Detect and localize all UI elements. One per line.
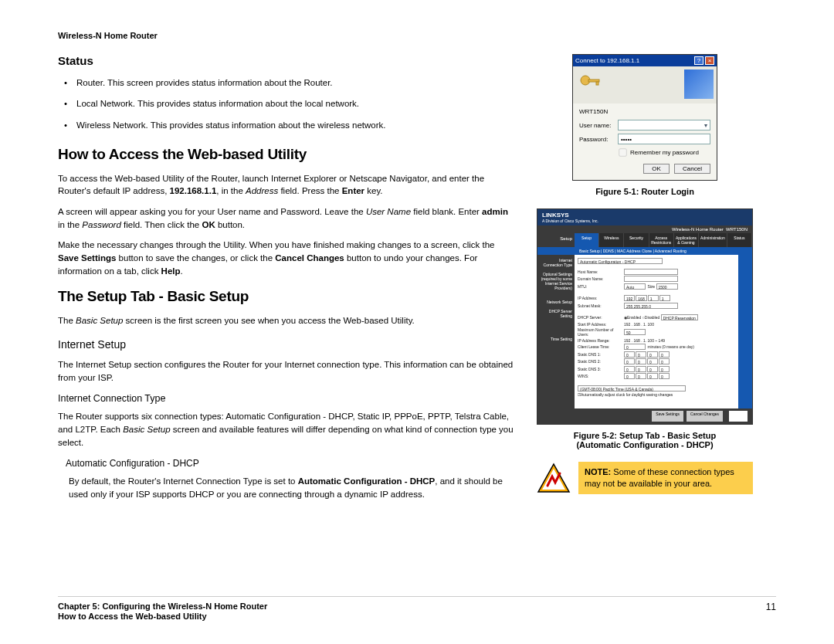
help-icon: ? xyxy=(694,56,703,65)
fig1-caption: Figure 5-1: Router Login xyxy=(537,187,753,196)
cisco-logo xyxy=(729,411,748,422)
close-icon: × xyxy=(705,56,714,65)
remember-checkbox: Remember my password xyxy=(618,147,710,158)
keys-icon xyxy=(578,71,602,96)
cancel-changes-button: Cancel Changes xyxy=(687,411,723,422)
fig-setup-tab: LINKSYSA Division of Cisco Systems, Inc.… xyxy=(537,208,753,425)
access-p3: Make the necessary changes through the U… xyxy=(58,239,514,277)
password-label: Password: xyxy=(579,136,618,143)
heading-status: Status xyxy=(58,54,514,67)
setup-p3: The Router supports six connection types… xyxy=(58,410,514,449)
fig2-caption: Figure 5-2: Setup Tab - Basic Setup(Auto… xyxy=(537,431,753,449)
bullet-local: Local Network. This provides status info… xyxy=(69,97,514,110)
tab-apps: Applications & Gaming xyxy=(674,233,699,247)
access-p2: A screen will appear asking you for your… xyxy=(58,205,514,231)
login-device: WRT150N xyxy=(579,108,710,115)
login-titlebar: Connect to 192.168.1.1 ? × xyxy=(573,55,717,66)
warning-icon xyxy=(537,463,571,493)
tab-status: Status xyxy=(727,233,752,247)
tab-setup: Setup xyxy=(575,233,599,247)
heading-setup: The Setup Tab - Basic Setup xyxy=(58,288,514,305)
page-number: 11 xyxy=(766,602,776,621)
status-bullets: Router. This screen provides status info… xyxy=(58,76,514,132)
save-settings-button: Save Settings xyxy=(652,411,683,422)
bottom-button-bar: Save Settings Cancel Changes xyxy=(537,408,752,424)
ok-button: OK xyxy=(643,164,670,174)
username-field: ▾ xyxy=(618,120,710,130)
heading-auto-dhcp: Automatic Configuration - DHCP xyxy=(66,458,514,469)
help-column xyxy=(738,255,752,408)
side-column: Connect to 192.168.1.1 ? × WRT150N User xyxy=(537,54,753,509)
subtab-row: Basic Setup | DDNS | MAC Address Clone |… xyxy=(537,247,752,255)
note-block: NOTE: Some of these connection types may… xyxy=(537,462,753,494)
heading-internet-setup: Internet Setup xyxy=(58,338,514,351)
tab-security: Security xyxy=(624,233,649,247)
cancel-button: Cancel xyxy=(674,164,710,174)
left-section-labels: Internet Connection Type Optional Settin… xyxy=(537,255,575,408)
setup-p2: The Internet Setup section configures th… xyxy=(58,358,514,384)
main-column: Status Router. This screen provides stat… xyxy=(58,54,514,509)
form-area: Automatic Configuration - DHCP Host Name… xyxy=(575,255,738,408)
note-box: NOTE: Some of these connection types may… xyxy=(578,462,753,494)
setup-p1: The Basic Setup screen is the first scre… xyxy=(58,314,514,327)
tab-access: Access Restrictions xyxy=(649,233,674,247)
page-footer: Chapter 5: Configuring the Wireless-N Ho… xyxy=(58,596,776,621)
doc-header: Wireless-N Home Router xyxy=(58,31,776,40)
heading-access: How to Access the Web-based Utility xyxy=(58,146,514,163)
tab-admin: Administration xyxy=(699,233,727,247)
bullet-router: Router. This screen provides status info… xyxy=(69,76,514,90)
username-label: User name: xyxy=(579,122,618,129)
svg-rect-2 xyxy=(596,82,598,85)
setup-tab-label: Setup xyxy=(537,233,575,247)
heading-conn-type: Internet Connection Type xyxy=(58,393,514,404)
fig-router-login: Connect to 192.168.1.1 ? × WRT150N User xyxy=(572,54,717,181)
password-field: ••••• xyxy=(618,134,710,144)
footer-section: How to Access the Web-based Utility xyxy=(58,612,267,621)
login-graphic xyxy=(684,69,714,99)
footer-chapter: Chapter 5: Configuring the Wireless-N Ho… xyxy=(58,602,267,611)
setup-p4: By default, the Router's Internet Connec… xyxy=(58,475,514,500)
chevron-down-icon: ▾ xyxy=(704,122,707,129)
brand-bar: LINKSYSA Division of Cisco Systems, Inc. xyxy=(537,209,752,225)
login-title: Connect to 192.168.1.1 xyxy=(575,57,639,64)
bullet-wireless: Wireless Network. This provides status i… xyxy=(69,119,514,132)
tab-wireless: Wireless xyxy=(599,233,624,247)
access-p1: To access the Web-based Utility of the R… xyxy=(58,172,514,198)
